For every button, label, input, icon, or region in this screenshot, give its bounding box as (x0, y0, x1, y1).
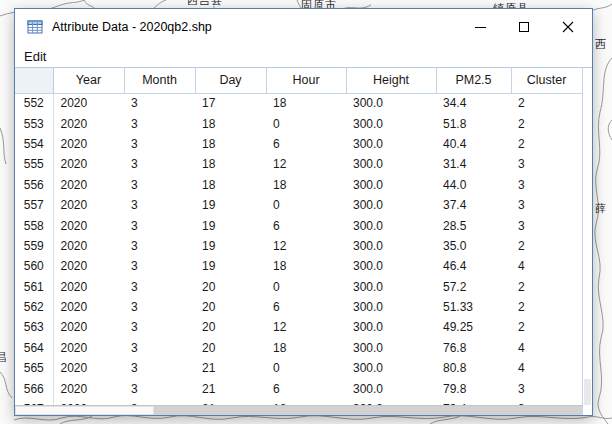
data-cell[interactable]: 2 (511, 93, 582, 113)
data-cell[interactable]: 2020 (53, 378, 124, 398)
data-cell[interactable]: 3 (124, 338, 195, 358)
data-cell[interactable]: 6 (266, 134, 346, 154)
row-number-cell[interactable]: 565 (15, 358, 53, 378)
data-cell[interactable]: 46.4 (436, 256, 511, 276)
data-cell[interactable]: 2020 (53, 256, 124, 276)
data-cell[interactable]: 3 (124, 256, 195, 276)
row-number-cell[interactable]: 558 (15, 215, 53, 235)
data-cell[interactable]: 3 (124, 154, 195, 174)
data-cell[interactable]: 3 (124, 358, 195, 378)
column-header-month[interactable]: Month (124, 68, 195, 93)
data-cell[interactable]: 37.4 (436, 195, 511, 215)
data-cell[interactable]: 2020 (53, 317, 124, 337)
data-cell[interactable]: 2020 (53, 154, 124, 174)
data-cell[interactable]: 2020 (53, 236, 124, 256)
data-cell[interactable]: 2020 (53, 277, 124, 297)
data-cell[interactable]: 300.0 (346, 378, 436, 398)
data-cell[interactable]: 19 (195, 215, 266, 235)
data-cell[interactable]: 2 (511, 317, 582, 337)
data-cell[interactable]: 57.2 (436, 277, 511, 297)
data-cell[interactable]: 20 (195, 297, 266, 317)
row-number-cell[interactable]: 556 (15, 175, 53, 195)
data-cell[interactable]: 0 (266, 113, 346, 133)
data-cell[interactable]: 20 (195, 338, 266, 358)
data-cell[interactable]: 44.0 (436, 175, 511, 195)
data-cell[interactable]: 18 (266, 256, 346, 276)
data-cell[interactable]: 80.8 (436, 358, 511, 378)
title-bar[interactable]: Attribute Data - 2020qb2.shp (15, 9, 592, 45)
data-cell[interactable]: 3 (124, 93, 195, 113)
data-cell[interactable]: 2 (511, 134, 582, 154)
data-cell[interactable]: 2 (511, 297, 582, 317)
row-number-cell[interactable]: 554 (15, 134, 53, 154)
column-header-year[interactable]: Year (53, 68, 124, 93)
data-cell[interactable]: 300.0 (346, 297, 436, 317)
row-number-cell[interactable]: 566 (15, 378, 53, 398)
data-cell[interactable]: 20 (195, 277, 266, 297)
data-cell[interactable]: 34.4 (436, 93, 511, 113)
data-cell[interactable]: 18 (195, 154, 266, 174)
data-cell[interactable]: 300.0 (346, 256, 436, 276)
data-cell[interactable]: 2 (511, 277, 582, 297)
data-cell[interactable]: 40.4 (436, 134, 511, 154)
corner-header-cell[interactable] (15, 68, 53, 93)
data-cell[interactable]: 3 (124, 297, 195, 317)
data-cell[interactable]: 2020 (53, 134, 124, 154)
data-cell[interactable]: 35.0 (436, 236, 511, 256)
row-number-cell[interactable]: 564 (15, 338, 53, 358)
data-cell[interactable]: 3 (124, 113, 195, 133)
data-cell[interactable]: 3 (511, 378, 582, 398)
data-cell[interactable]: 300.0 (346, 277, 436, 297)
data-cell[interactable]: 2020 (53, 195, 124, 215)
horizontal-scrollbar[interactable] (15, 405, 582, 415)
data-cell[interactable]: 6 (266, 378, 346, 398)
data-cell[interactable]: 2020 (53, 215, 124, 235)
row-number-cell[interactable]: 559 (15, 236, 53, 256)
data-cell[interactable]: 2020 (53, 297, 124, 317)
data-cell[interactable]: 3 (124, 195, 195, 215)
maximize-button[interactable] (502, 9, 546, 45)
data-cell[interactable]: 0 (266, 195, 346, 215)
data-cell[interactable]: 3 (511, 154, 582, 174)
data-cell[interactable]: 4 (511, 338, 582, 358)
row-number-cell[interactable]: 555 (15, 154, 53, 174)
data-cell[interactable]: 2 (511, 113, 582, 133)
data-cell[interactable]: 2020 (53, 113, 124, 133)
data-cell[interactable]: 3 (124, 175, 195, 195)
row-number-cell[interactable]: 563 (15, 317, 53, 337)
data-cell[interactable]: 3 (511, 215, 582, 235)
data-cell[interactable]: 6 (266, 297, 346, 317)
data-cell[interactable]: 300.0 (346, 195, 436, 215)
data-cell[interactable]: 3 (511, 175, 582, 195)
data-cell[interactable]: 6 (266, 215, 346, 235)
data-cell[interactable]: 3 (124, 236, 195, 256)
data-cell[interactable]: 20 (195, 317, 266, 337)
data-cell[interactable]: 18 (266, 93, 346, 113)
data-cell[interactable]: 12 (266, 236, 346, 256)
column-header-hour[interactable]: Hour (266, 68, 346, 93)
data-cell[interactable]: 76.8 (436, 338, 511, 358)
row-number-cell[interactable]: 557 (15, 195, 53, 215)
data-cell[interactable]: 2 (511, 236, 582, 256)
row-number-cell[interactable]: 560 (15, 256, 53, 276)
data-cell[interactable]: 3 (124, 134, 195, 154)
data-cell[interactable]: 300.0 (346, 215, 436, 235)
data-cell[interactable]: 2020 (53, 93, 124, 113)
data-cell[interactable]: 300.0 (346, 175, 436, 195)
data-cell[interactable]: 300.0 (346, 93, 436, 113)
data-cell[interactable]: 18 (266, 175, 346, 195)
row-number-cell[interactable]: 561 (15, 277, 53, 297)
data-cell[interactable]: 2020 (53, 175, 124, 195)
row-number-cell[interactable]: 553 (15, 113, 53, 133)
vertical-scrollbar-thumb[interactable] (584, 379, 591, 405)
data-cell[interactable]: 3 (124, 277, 195, 297)
row-number-cell[interactable]: 562 (15, 297, 53, 317)
minimize-button[interactable] (458, 9, 502, 45)
data-cell[interactable]: 300.0 (346, 358, 436, 378)
data-cell[interactable]: 19 (195, 256, 266, 276)
data-cell[interactable]: 4 (511, 358, 582, 378)
data-cell[interactable]: 3 (124, 378, 195, 398)
close-button[interactable] (546, 9, 590, 45)
data-cell[interactable]: 19 (195, 195, 266, 215)
data-cell[interactable]: 300.0 (346, 338, 436, 358)
